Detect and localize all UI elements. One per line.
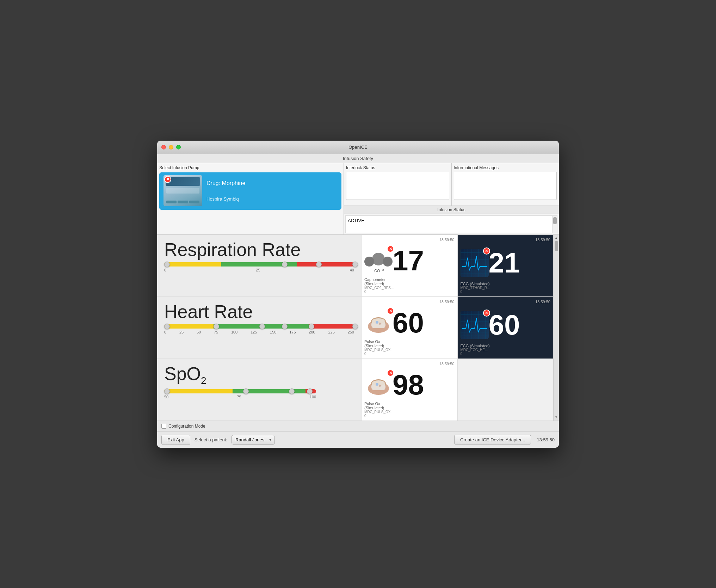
svg-text:2: 2 <box>382 268 384 271</box>
ecg2-metric: MDC_ECG_HE...0 <box>461 348 551 356</box>
spo2-sensor-name: Pulse Ox(Simulated) <box>364 402 455 410</box>
slider-thumb-2[interactable] <box>316 262 322 267</box>
title-bar: OpenICE <box>157 141 559 154</box>
subtitle-text: Infusion Safety <box>343 156 373 161</box>
slider-thumb-1[interactable] <box>282 262 288 267</box>
spo2-label-2: 100 <box>310 395 316 399</box>
heart-rate-row: Heart Rate <box>157 297 553 359</box>
vitals-scroll-wrapper: Respiration Rate 0 <box>157 235 559 421</box>
heart-rate-title: Heart Rate <box>164 302 354 321</box>
right-scrollbar[interactable]: ▲ ▼ <box>553 235 559 421</box>
svg-point-2 <box>383 257 393 267</box>
status-panel: Interlock Status Informational Messages … <box>344 163 559 234</box>
hr-label-9: 225 <box>328 330 334 334</box>
scroll-up-arrow[interactable]: ▲ <box>554 235 558 240</box>
heart-rate-left: Heart Rate <box>157 297 362 359</box>
slider-label-1: 25 <box>256 268 260 272</box>
respiration-rate-left: Respiration Rate 0 <box>157 235 362 296</box>
infusion-scrollbar[interactable] <box>552 216 557 233</box>
hr-label-0: 0 <box>164 330 166 334</box>
hr-label-2: 50 <box>197 330 201 334</box>
informational-section: Informational Messages <box>452 163 559 206</box>
ecg1-name: ECG (Simulated) <box>461 282 551 286</box>
spo2-thumb-3[interactable] <box>307 388 313 394</box>
pulseox-main-row: ✕ 60 <box>364 307 455 339</box>
spo2-footer: Pulse Ox(Simulated) MDC_PULS_OX...0 <box>364 402 455 418</box>
spo2-slider[interactable]: 50 75 100 <box>164 389 354 399</box>
co2-timestamp: 13:59:50 <box>364 238 455 242</box>
ecg2-error-badge: ✕ <box>483 310 490 317</box>
ecg2-waveform <box>462 316 487 334</box>
exit-app-button[interactable]: Exit App <box>161 435 190 445</box>
ecg2-icon-area: ✕ <box>461 311 489 339</box>
create-adapter-button[interactable]: Create an ICE Device Adapter... <box>454 435 531 445</box>
infusion-status-content: ACTIVE <box>345 215 557 233</box>
interlock-header: Interlock Status <box>346 165 449 170</box>
ecg1-timestamp: 13:59:50 <box>461 238 551 242</box>
hr-slider-thumb-1[interactable] <box>214 324 219 329</box>
svg-point-10 <box>379 323 381 325</box>
respiration-sensors: 13:59:50 CO 2 <box>362 235 553 296</box>
hr-slider-thumb-0[interactable] <box>164 324 170 329</box>
respiration-rate-slider[interactable]: 0 25 40 <box>164 262 354 272</box>
ecg-sensor-card-1: 13:59:50 ✕ 21 <box>458 235 554 296</box>
status-top: Interlock Status Informational Messages <box>344 163 559 206</box>
hr-label-3: 75 <box>214 330 218 334</box>
config-mode-bar: Configuration Mode <box>157 421 559 431</box>
ecg1-error-badge: ✕ <box>483 247 490 255</box>
hr-slider-thumb-4[interactable] <box>309 324 314 329</box>
spo2-label-0: 50 <box>164 395 168 399</box>
svg-point-14 <box>372 380 385 386</box>
pulseox-name: Pulse Ox(Simulated) <box>364 339 455 348</box>
spo2-thumb-1[interactable] <box>243 388 249 394</box>
spo2-thumb-0[interactable] <box>164 388 170 394</box>
hr-label-10: 250 <box>348 330 354 334</box>
spo2-thumb-2[interactable] <box>289 388 295 394</box>
ecg1-metric: MDC_TTHOR_R...0 <box>461 286 551 294</box>
hr-slider-thumb-5[interactable] <box>352 324 358 329</box>
heart-rate-slider[interactable]: 0 25 50 75 100 125 150 175 200 225 250 <box>164 324 354 334</box>
slider-label-0: 0 <box>164 268 166 272</box>
slider-thumb-0[interactable] <box>164 262 170 267</box>
informational-content <box>454 172 557 200</box>
slider-thumb-3[interactable] <box>352 262 358 267</box>
ecg1-footer: ECG (Simulated) MDC_TTHOR_R...0 <box>461 282 551 294</box>
interlock-content <box>346 172 449 200</box>
footer-right: Create an ICE Device Adapter... 13:59:50 <box>454 435 555 445</box>
informational-header: Informational Messages <box>454 165 557 170</box>
subtitle-bar: Infusion Safety <box>157 154 559 163</box>
pump-item[interactable]: ✕ Drug: Morphine Hospira Symbiq <box>159 172 341 210</box>
footer-bar: Exit App Select a patient: Randall Jones… <box>157 431 559 448</box>
infusion-status-header: Infusion Status <box>344 206 559 214</box>
traffic-lights <box>161 145 181 149</box>
spo2-metric: MDC_PULS_OX...0 <box>364 410 455 418</box>
spo2-timestamp: 13:59:50 <box>364 362 455 366</box>
patient-select[interactable]: Randall Jones <box>232 435 275 445</box>
ecg1-main-row: ✕ 21 <box>461 245 551 282</box>
respiration-rate-title: Respiration Rate <box>164 240 354 259</box>
maximize-button[interactable] <box>176 145 181 149</box>
spo2-label-1: 75 <box>237 395 241 399</box>
hr-label-5: 125 <box>251 330 257 334</box>
pulseox-sensor-card: 13:59:50 <box>362 297 458 359</box>
ecg2-value: 60 <box>489 311 520 339</box>
hr-label-7: 175 <box>289 330 296 334</box>
spo2-pulseox-card: 13:59:50 <box>362 359 458 421</box>
config-mode-area: Configuration Mode <box>161 424 205 429</box>
hr-slider-thumb-2[interactable] <box>259 324 265 329</box>
config-mode-checkbox[interactable] <box>161 424 166 429</box>
respiration-rate-row: Respiration Rate 0 <box>157 235 553 297</box>
spo2-empty-card <box>458 359 554 421</box>
ecg-sensor-card-2: 13:59:50 ✕ 60 <box>458 297 554 359</box>
spo2-row: SpO2 50 75 <box>157 359 553 421</box>
pump-icon-area: ✕ <box>163 175 202 207</box>
svg-point-16 <box>379 385 381 387</box>
minimize-button[interactable] <box>169 145 173 149</box>
svg-point-0 <box>372 253 385 265</box>
scroll-down-arrow[interactable]: ▼ <box>554 415 558 420</box>
scroll-thumb <box>553 217 557 224</box>
close-button[interactable] <box>161 145 166 149</box>
hr-slider-thumb-3[interactable] <box>282 324 288 329</box>
svg-point-8 <box>372 318 385 324</box>
ecg2-footer: ECG (Simulated) MDC_ECG_HE...0 <box>461 344 551 356</box>
